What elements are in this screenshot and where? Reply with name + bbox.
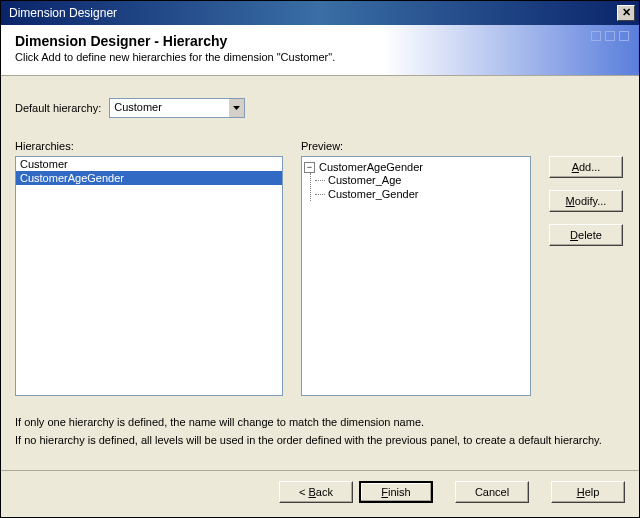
titlebar: Dimension Designer ✕ <box>1 1 639 25</box>
spacer-label <box>549 140 625 152</box>
footer-buttons: < Back Finish Cancel Help <box>1 470 639 517</box>
hints-section: If only one hierarchy is defined, the na… <box>15 410 625 452</box>
hierarchies-column: Hierarchies: CustomerCustomerAgeGender <box>15 140 283 396</box>
page-title: Dimension Designer - Hierarchy <box>15 33 625 49</box>
help-button[interactable]: Help <box>551 481 625 503</box>
default-hierarchy-label: Default hierarchy: <box>15 102 101 114</box>
tree-child[interactable]: Customer_Age <box>313 173 528 187</box>
delete-button[interactable]: Delete <box>549 224 623 246</box>
add-button[interactable]: Add... <box>549 156 623 178</box>
header-decoration <box>591 31 629 41</box>
preview-tree[interactable]: − CustomerAgeGender Customer_AgeCustomer… <box>301 156 531 396</box>
collapse-icon[interactable]: − <box>304 162 315 173</box>
hierarchies-label: Hierarchies: <box>15 140 283 152</box>
hierarchies-listbox[interactable]: CustomerCustomerAgeGender <box>15 156 283 396</box>
header-panel: Dimension Designer - Hierarchy Click Add… <box>1 25 639 76</box>
content-area: Default hierarchy: Customer Hierarchies:… <box>1 76 639 470</box>
close-icon[interactable]: ✕ <box>617 5 635 21</box>
chevron-down-icon <box>228 99 244 117</box>
tree-child[interactable]: Customer_Gender <box>313 187 528 201</box>
side-buttons: Add... Modify... Delete <box>549 156 625 246</box>
window-title: Dimension Designer <box>5 6 617 20</box>
cancel-button[interactable]: Cancel <box>455 481 529 503</box>
hint-line-1: If only one hierarchy is defined, the na… <box>15 416 625 428</box>
preview-column: Preview: − CustomerAgeGender Customer_Ag… <box>301 140 531 396</box>
lists-row: Hierarchies: CustomerCustomerAgeGender P… <box>15 140 625 396</box>
back-button[interactable]: < Back <box>279 481 353 503</box>
hint-line-2: If no hierarchy is defined, all levels w… <box>15 434 625 446</box>
tree-children: Customer_AgeCustomer_Gender <box>310 173 528 201</box>
finish-button[interactable]: Finish <box>359 481 433 503</box>
list-item[interactable]: CustomerAgeGender <box>16 171 282 185</box>
tree-root-row[interactable]: − CustomerAgeGender <box>304 161 528 173</box>
list-item[interactable]: Customer <box>16 157 282 171</box>
side-buttons-column: Add... Modify... Delete <box>549 140 625 246</box>
preview-label: Preview: <box>301 140 531 152</box>
tree-root-label: CustomerAgeGender <box>319 161 423 173</box>
default-hierarchy-value: Customer <box>110 99 228 117</box>
page-subtitle: Click Add to define new hierarchies for … <box>15 51 625 63</box>
default-hierarchy-dropdown[interactable]: Customer <box>109 98 245 118</box>
dialog-window: Dimension Designer ✕ Dimension Designer … <box>0 0 640 518</box>
default-hierarchy-row: Default hierarchy: Customer <box>15 98 625 118</box>
modify-button[interactable]: Modify... <box>549 190 623 212</box>
